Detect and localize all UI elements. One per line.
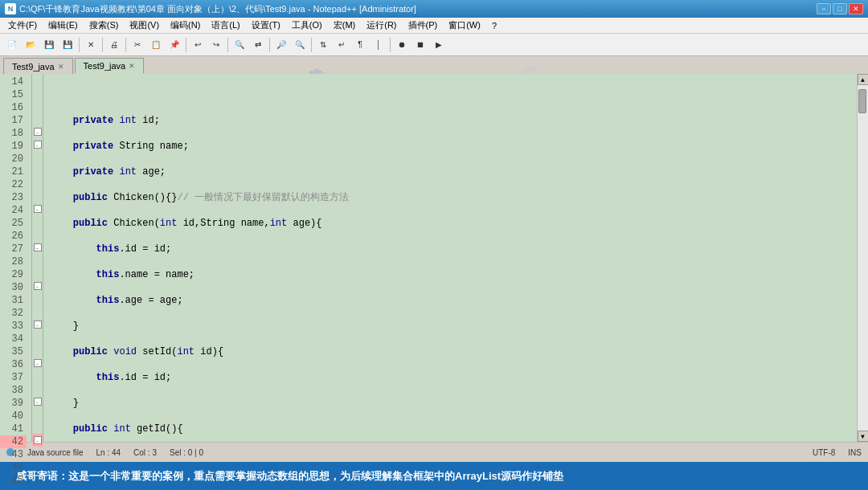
line-num-33: 33 [0, 320, 27, 333]
indent-guide-button[interactable]: │ [370, 36, 387, 54]
toolbar-sep-7 [311, 38, 312, 52]
fold-42[interactable]: - [32, 434, 43, 447]
fold-24[interactable]: - [32, 202, 43, 215]
code-line-26: } [47, 397, 854, 410]
undo-button[interactable]: ↩ [189, 36, 207, 54]
code-line-23: } [47, 320, 854, 333]
menu-view[interactable]: 视图(V) [125, 18, 164, 32]
line-num-18: 18 [0, 127, 27, 140]
line-num-45: 45 [0, 474, 27, 487]
code-line-20: this.id = id; [47, 243, 854, 255]
tab-1-close[interactable]: ✕ [58, 63, 64, 71]
macro-play-button[interactable]: ▶ [430, 36, 448, 54]
scroll-up-button[interactable]: ▲ [858, 74, 869, 85]
app-icon: N [5, 3, 16, 14]
menu-macro[interactable]: 宏(M) [329, 18, 361, 32]
open-button[interactable]: 📂 [22, 36, 39, 54]
cut-button[interactable]: ✂ [129, 36, 146, 54]
wrap-button[interactable]: ↵ [333, 36, 350, 54]
menu-encoding[interactable]: 编码(N) [166, 18, 205, 32]
paste-button[interactable]: 📌 [166, 36, 183, 54]
new-button[interactable]: 📄 [3, 36, 21, 54]
scroll-thumb[interactable] [858, 89, 866, 113]
line-num-15: 15 [0, 88, 27, 101]
print-button[interactable]: 🖨 [105, 36, 123, 54]
code-line-27: public int getId(){ [47, 423, 854, 435]
macro-record-button[interactable]: ⏺ [393, 36, 411, 54]
fold-40 [32, 408, 43, 421]
line-num-36: 36 [0, 358, 27, 371]
tab-bar: Test9_java ✕ Test9_java ✕ [0, 56, 868, 74]
macro-stop-button[interactable]: ⏹ [411, 36, 429, 54]
close-doc-button[interactable]: ✕ [82, 36, 100, 54]
menu-settings[interactable]: 设置(T) [247, 18, 285, 32]
fold-30[interactable]: - [32, 280, 43, 292]
fold-18[interactable]: - [32, 125, 43, 138]
scroll-track[interactable] [858, 85, 868, 431]
fold-39[interactable]: - [32, 395, 43, 408]
redo-button[interactable]: ↪ [207, 36, 225, 54]
line-num-28: 28 [0, 255, 27, 268]
fold-22 [32, 177, 43, 190]
copy-button[interactable]: 📋 [147, 36, 165, 54]
line-numbers: 14 15 16 17 18 19 20 21 22 23 24 25 26 2… [0, 74, 32, 442]
vertical-scrollbar[interactable]: ▲ ▼ [857, 74, 868, 442]
code-line-19: public Chicken(int id,String name,int ag… [47, 217, 854, 230]
menu-language[interactable]: 语言(L) [207, 18, 244, 32]
fold-41 [32, 421, 43, 434]
fold-34 [32, 331, 43, 344]
save-button[interactable]: 💾 [40, 36, 58, 54]
line-num-29: 29 [0, 268, 27, 281]
tab-1[interactable]: Test9_java ✕ [3, 58, 73, 74]
line-num-21: 21 [0, 165, 27, 178]
code-editor[interactable]: private int id; private String name; pri… [43, 74, 857, 442]
fold-23 [32, 190, 43, 202]
fold-45 [32, 472, 43, 485]
fold-14 [32, 74, 43, 87]
menu-tools[interactable]: 工具(O) [287, 18, 327, 32]
fold-36[interactable]: - [32, 357, 43, 370]
fold-32 [32, 305, 43, 318]
zoom-out-button[interactable]: 🔍 [291, 36, 309, 54]
sync-scroll-button[interactable]: ⇅ [314, 36, 332, 54]
fold-27[interactable]: - [32, 241, 43, 254]
code-line-24: public void setId(int id){ [47, 345, 854, 358]
line-num-17: 17 [0, 114, 27, 127]
fold-28 [32, 254, 43, 267]
menu-window[interactable]: 窗口(W) [444, 18, 485, 32]
fold-29 [32, 267, 43, 280]
fold-15 [32, 87, 43, 100]
toolbar: 📄 📂 💾 💾 ✕ 🖨 ✂ 📋 📌 ↩ ↪ 🔍 ⇄ 🔎 🔍 ⇅ ↵ ¶ │ ⏺ … [0, 34, 868, 56]
menu-file[interactable]: 文件(F) [3, 18, 42, 32]
zoom-in-button[interactable]: 🔎 [272, 36, 290, 54]
menu-search[interactable]: 搜索(S) [84, 18, 124, 32]
find-button[interactable]: 🔍 [231, 36, 248, 54]
fold-33[interactable]: - [32, 318, 43, 331]
minimize-button[interactable]: − [817, 3, 831, 14]
code-line-25: this.id = id; [47, 371, 854, 384]
menu-help[interactable]: ? [487, 20, 502, 31]
menu-run[interactable]: 运行(R) [362, 18, 401, 32]
menu-edit[interactable]: 编辑(E) [43, 18, 83, 32]
fold-38 [32, 382, 43, 395]
all-chars-button[interactable]: ¶ [351, 36, 369, 54]
status-col: Col : 3 [133, 448, 157, 457]
line-num-16: 16 [0, 101, 27, 114]
code-line-22: this.age = age; [47, 294, 854, 307]
line-num-35: 35 [0, 345, 27, 358]
fold-19[interactable]: - [32, 138, 43, 151]
close-button[interactable]: ✕ [849, 3, 863, 14]
fold-17 [32, 112, 43, 125]
scroll-down-button[interactable]: ▼ [858, 431, 869, 442]
maximize-button[interactable]: □ [833, 3, 847, 14]
tab-2[interactable]: Test9_java ✕ [75, 58, 145, 74]
line-num-30: 30 [0, 281, 27, 294]
tab-2-close[interactable]: ✕ [129, 62, 135, 70]
line-num-24: 24 [0, 204, 27, 217]
status-ins: INS [848, 448, 862, 457]
save-all-button[interactable]: 💾 [59, 36, 76, 54]
line-num-20: 20 [0, 153, 27, 165]
menu-plugins[interactable]: 插件(P) [403, 18, 443, 32]
find-replace-button[interactable]: ⇄ [249, 36, 267, 54]
message-text: 威哥寄语：这是一个非常重要的案例，重点需要掌握动态数组的思想，为后续理解集合框架… [16, 469, 563, 484]
